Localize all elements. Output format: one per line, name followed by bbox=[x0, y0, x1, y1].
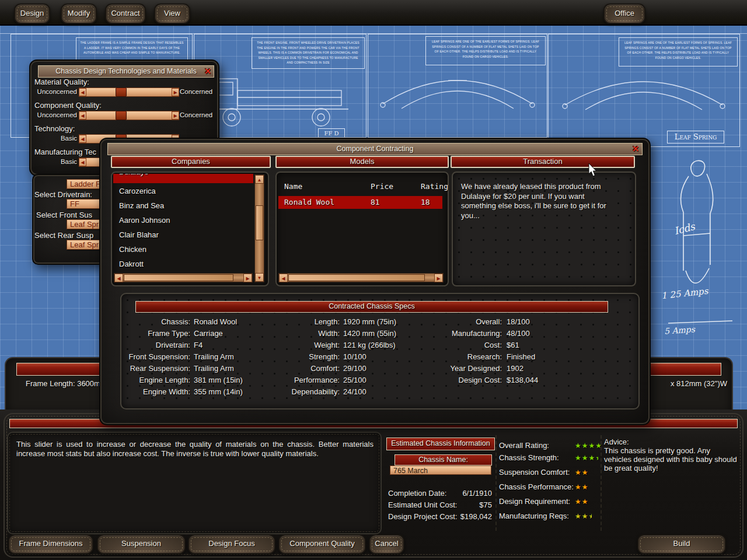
models-hscrollbar[interactable]: ◀ ▶ bbox=[278, 273, 444, 282]
companies-vscrollbar[interactable]: ▲ ▼ bbox=[254, 174, 264, 282]
tab-models[interactable]: Models bbox=[275, 156, 449, 168]
models-hscroll-handle[interactable] bbox=[288, 274, 425, 281]
blueprint-text-leaf1: Leaf Springs are one of the earliest for… bbox=[425, 36, 546, 65]
scroll-up-icon[interactable]: ▲ bbox=[255, 175, 264, 184]
bottom-button-design-focus[interactable]: Design Focus bbox=[188, 534, 275, 554]
spec-row-col3-3: Research:Finished bbox=[121, 352, 635, 362]
slider-left-icon[interactable]: ◀ bbox=[79, 158, 86, 166]
scroll-down-icon[interactable]: ▼ bbox=[255, 273, 264, 282]
estimated-field-0: Completion Date:6/1/1910 bbox=[388, 489, 492, 498]
drivetrain-label: Select Drivetrain: bbox=[34, 190, 92, 199]
frame-length-text: Frame Length: 3600m bbox=[26, 379, 100, 388]
bottom-button-cancel[interactable]: Cancel bbox=[369, 534, 404, 554]
scroll-right-icon[interactable]: ▶ bbox=[243, 274, 252, 282]
slider-max-label-0: Concerned bbox=[180, 88, 212, 95]
slider-track-0[interactable]: ◀▶ bbox=[79, 88, 179, 97]
slider-left-icon[interactable]: ◀ bbox=[79, 135, 86, 143]
company-row-selected[interactable]: Dulalaye bbox=[113, 174, 253, 183]
companies-hscroll-handle[interactable] bbox=[124, 274, 233, 281]
slider-right-icon[interactable]: ▶ bbox=[172, 111, 179, 120]
advice-block: Advice: This chassis is pretty good. Any… bbox=[604, 438, 739, 473]
scroll-left-icon[interactable]: ◀ bbox=[114, 274, 123, 282]
menu-button-contract[interactable]: Contract bbox=[105, 4, 146, 24]
model-name: Ronald Wool bbox=[284, 198, 334, 206]
estimated-field-label: Design Project Cost: bbox=[388, 512, 458, 521]
game-screen: The Ladder Frame is a simple frame desig… bbox=[0, 0, 747, 560]
bottom-button-frame-dimensions[interactable]: Frame Dimensions bbox=[8, 534, 93, 554]
model-row-selected[interactable]: Ronald Wool8118 bbox=[278, 196, 442, 209]
contracting-close-icon[interactable]: ✕ bbox=[632, 145, 639, 153]
rating-label: Design Requirement: bbox=[499, 497, 575, 506]
slider-handle-0[interactable] bbox=[116, 88, 127, 97]
spec-label: Research: bbox=[419, 352, 502, 361]
companies-hscrollbar[interactable]: ◀ ▶ bbox=[114, 273, 253, 282]
contracting-dialog: Component Contracting ✕ Companies Models… bbox=[99, 138, 651, 425]
contracting-titlebar: Component Contracting ✕ bbox=[107, 143, 643, 155]
companies-list-panel: DulalayeCarozericaBinz and SeaAaron John… bbox=[111, 172, 269, 286]
bottom-panel: This slider is used to increase or decre… bbox=[0, 410, 747, 560]
spec-row-col2-6: Dependability:24/100 bbox=[121, 387, 635, 397]
rating-label: Manufacturing Reqs: bbox=[499, 512, 575, 520]
scroll-left-icon[interactable]: ◀ bbox=[279, 274, 288, 282]
models-table-panel: Name Price Rating Ronald Wool8118 ◀ ▶ bbox=[275, 172, 449, 286]
rating-stars: ★★ bbox=[575, 483, 589, 491]
build-button[interactable]: Build bbox=[637, 534, 726, 554]
menu-button-design[interactable]: Design bbox=[14, 4, 50, 24]
front-suspension-label: Select Front Sus bbox=[36, 211, 92, 219]
tech-dialog-titlebar: Chassis Design Technologies and Material… bbox=[38, 65, 214, 78]
office-button[interactable]: Office bbox=[603, 4, 645, 24]
tooltip-text: This slider is used to increase or decre… bbox=[16, 440, 374, 459]
companies-vscroll-handle[interactable] bbox=[256, 205, 263, 240]
company-row[interactable]: Clair Blahar bbox=[119, 230, 159, 239]
estimated-field-label: Completion Date: bbox=[388, 489, 446, 498]
blueprint-caption-leaf: Leaf Spring bbox=[667, 131, 724, 144]
spec-value: $138,044 bbox=[507, 376, 538, 384]
tooltip-box: This slider is used to increase or decre… bbox=[7, 432, 382, 534]
estimated-field-value: $75 bbox=[479, 501, 492, 509]
spec-value: 1902 bbox=[507, 364, 523, 373]
company-row[interactable]: Binz and Sea bbox=[119, 201, 164, 210]
mouse-cursor bbox=[588, 163, 599, 178]
spec-label: Cost: bbox=[419, 341, 502, 349]
chassis-name-input[interactable]: 765 March bbox=[390, 466, 491, 475]
company-row[interactable]: Aaron Johnson bbox=[119, 216, 170, 225]
rating-row-5: Manufacturing Reqs:★★★ bbox=[499, 510, 592, 521]
rating-half-star: ★ bbox=[595, 454, 598, 462]
tech-dialog-title: Chassis Design Technologies and Material… bbox=[55, 67, 197, 75]
seam-divider-1 bbox=[495, 435, 497, 531]
rating-label: Overall Rating: bbox=[499, 441, 575, 450]
rating-row-2: Suspension Comfort:★★ bbox=[499, 467, 589, 477]
spec-value: 48/100 bbox=[507, 329, 530, 338]
company-row[interactable]: Chicken bbox=[119, 245, 146, 254]
spec-label: Dependability: bbox=[272, 387, 340, 396]
slider-min-label-0: Unconcerned bbox=[35, 88, 77, 95]
menu-button-view[interactable]: View bbox=[154, 4, 190, 24]
spec-label: Year Designed: bbox=[419, 364, 502, 373]
rating-row-3: Chassis Performance:★★ bbox=[499, 481, 589, 492]
hand-sketch bbox=[657, 148, 741, 341]
slider-track-1[interactable]: ◀▶ bbox=[79, 111, 179, 120]
scroll-right-icon[interactable]: ▶ bbox=[434, 274, 443, 282]
spec-value: Finished bbox=[507, 352, 535, 361]
tab-companies[interactable]: Companies bbox=[111, 156, 271, 168]
rating-label: Suspension Comfort: bbox=[499, 468, 575, 477]
tech-dialog-close-icon[interactable]: ✕ bbox=[204, 67, 211, 75]
spec-label: Overall: bbox=[419, 317, 502, 326]
slider-handle-1[interactable] bbox=[116, 111, 127, 120]
menu-button-modify[interactable]: Modify bbox=[61, 4, 97, 24]
slider-right-icon[interactable]: ▶ bbox=[172, 88, 179, 96]
slider-left-icon[interactable]: ◀ bbox=[79, 111, 86, 120]
models-header-price: Price bbox=[371, 182, 393, 191]
tab-transaction[interactable]: Transaction bbox=[451, 156, 635, 168]
company-row[interactable]: Dakrott bbox=[119, 260, 144, 268]
slider-label-1: Component Quality: bbox=[34, 101, 102, 110]
rating-stars: ★★ bbox=[575, 468, 589, 477]
estimated-field-value: 6/1/1910 bbox=[462, 489, 492, 498]
estimated-field-2: Design Project Cost:$198,042 bbox=[388, 512, 492, 522]
transaction-text: We have already leased this product from… bbox=[461, 182, 607, 220]
bottom-button-suspension[interactable]: Suspension bbox=[97, 534, 186, 554]
slider-left-icon[interactable]: ◀ bbox=[79, 88, 86, 96]
model-price: 81 bbox=[371, 198, 380, 206]
bottom-button-component-quality[interactable]: Component Quality bbox=[278, 534, 366, 554]
company-row[interactable]: Carozerica bbox=[119, 187, 156, 195]
